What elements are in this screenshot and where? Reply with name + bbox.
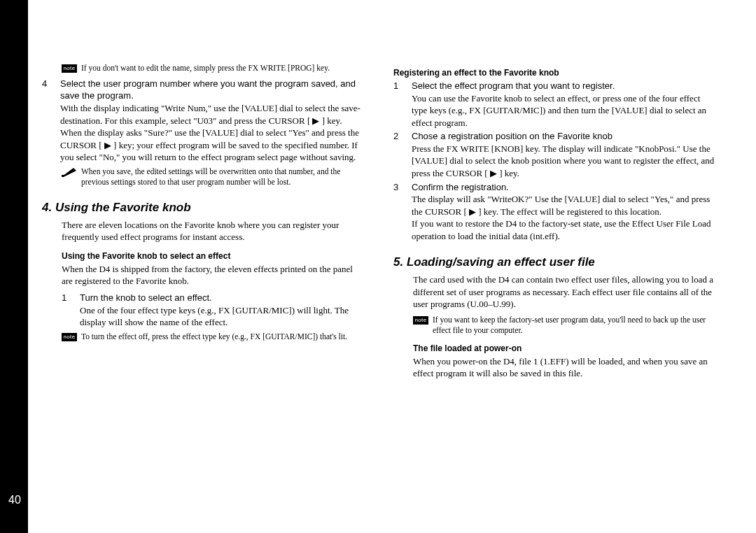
step-4: 4 Select the user program number where y… [42,78,365,164]
paragraph: There are eleven locations on the Favori… [42,219,365,243]
step-1: 1 Turn the knob to select an effect. One… [42,292,365,329]
note-text: If you don't want to edit the name, simp… [81,63,365,73]
step-title: Confirm the registration. [412,181,717,194]
step-title: Select the effect program that you want … [412,80,717,92]
pencil-warn-icon [62,167,77,177]
step-1: 1 Select the effect program that you wan… [393,80,717,129]
warning-text: When you save, the edited settings will … [81,166,365,187]
step-detail: Press the FX WRITE [KNOB] key. The displ… [412,143,717,180]
note-icon: note [62,333,77,341]
step-title: Chose a registration position on the Fav… [412,130,717,143]
note-icon: note [413,316,428,325]
step-title: Turn the knob to select an effect. [80,292,365,304]
note-block: note To turn the effect off, press the e… [42,332,365,342]
left-column: note If you don't want to edit the name,… [42,60,365,384]
paragraph: The card used with the D4 can contain tw… [393,273,717,311]
note-block: note If you don't want to edit the name,… [42,63,365,73]
subheading: Registering an effect to the Favorite kn… [393,67,717,78]
subheading: The file loaded at power-on [393,343,717,354]
step-number: 1 [62,292,80,329]
svg-rect-1 [62,175,64,177]
right-column: Registering an effect to the Favorite kn… [393,60,717,384]
warning-block: When you save, the edited settings will … [42,166,365,187]
page-number-strip: 40 [0,0,28,533]
section-heading-4: 4. Using the Favorite knob [42,200,365,216]
note-text: If you want to keep the factory-set user… [433,315,717,336]
step-2: 2 Chose a registration position on the F… [393,130,717,179]
step-number: 4 [42,78,60,164]
step-detail: You can use the Favorite knob to select … [412,92,717,129]
paragraph: When you power-on the D4, file 1 (1.EFF)… [393,355,717,380]
page-number: 40 [8,492,21,508]
step-detail: With the display indicating "Write Num,"… [60,102,365,164]
step-title: Select the user program number where you… [60,78,365,102]
step-number: 2 [393,130,412,179]
section-heading-5: 5. Loading/saving an effect user file [393,255,717,271]
step-3: 3 Confirm the registration. The display … [393,181,717,243]
paragraph: When the D4 is shipped from the factory,… [42,263,365,287]
step-detail: One of the four effect type keys (e.g., … [80,304,365,329]
step-number: 1 [393,80,412,129]
note-icon: note [62,64,77,73]
note-block: note If you want to keep the factory-set… [393,315,717,336]
step-detail: The display will ask "WriteOK?" Use the … [412,193,717,242]
subheading: Using the Favorite knob to select an eff… [42,250,365,262]
step-number: 3 [393,181,412,243]
note-text: To turn the effect off, press the effect… [81,332,365,342]
